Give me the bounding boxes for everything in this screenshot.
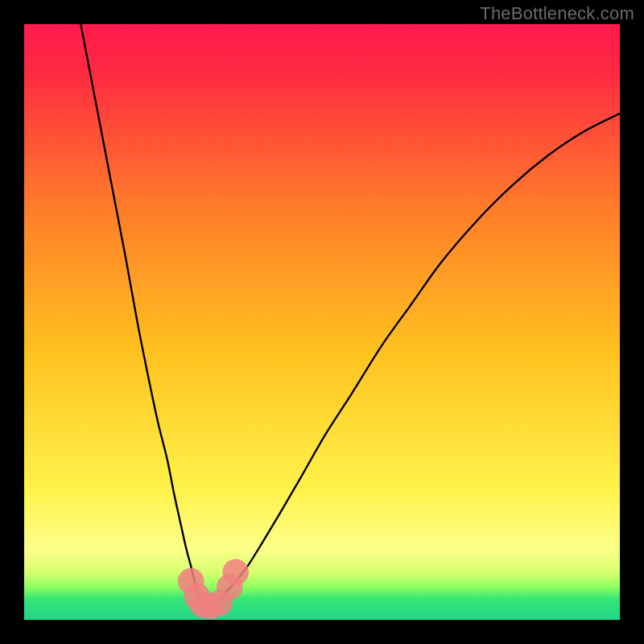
plot-area — [24, 24, 620, 620]
bottleneck-curve — [80, 24, 620, 608]
curve-marker — [222, 559, 249, 586]
chart-frame: TheBottleneck.com — [0, 0, 644, 644]
watermark-text: TheBottleneck.com — [480, 3, 634, 24]
curve-layer — [24, 24, 620, 620]
curve-markers — [178, 559, 249, 620]
